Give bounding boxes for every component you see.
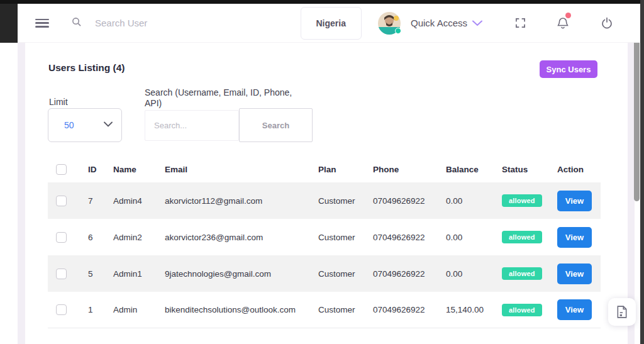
cell-email: akorvictor236@gmail.com <box>160 233 313 242</box>
cell-email: 9jatechnologies@gmail.com <box>160 269 313 279</box>
status-badge: allowed <box>502 194 542 207</box>
cell-name: Admin1 <box>108 269 160 279</box>
row-checkbox[interactable] <box>56 196 67 206</box>
view-button[interactable]: View <box>557 264 592 284</box>
cell-balance: 0.00 <box>441 196 497 206</box>
quick-access-label: Quick Access <box>411 18 467 28</box>
cell-name: Admin2 <box>108 233 160 242</box>
logout-power-icon[interactable] <box>601 17 613 29</box>
chevron-down-icon <box>104 121 113 127</box>
cell-plan: Customer <box>313 305 368 314</box>
chevron-down-icon <box>472 20 482 26</box>
window-right-edge <box>640 0 644 344</box>
cell-phone: 07049626922 <box>368 233 441 242</box>
collapsed-sidebar <box>0 4 18 43</box>
search-button[interactable]: Search <box>239 108 313 142</box>
col-header-email: Email <box>160 165 313 174</box>
menu-toggle-icon[interactable] <box>35 19 49 28</box>
table-row: 1Adminbikenditechsolutions@outlook.comCu… <box>48 292 601 328</box>
view-button[interactable]: View <box>557 299 592 320</box>
row-checkbox[interactable] <box>56 232 67 243</box>
global-search-input[interactable]: Search User <box>95 18 147 28</box>
limit-label: Limit <box>49 97 68 107</box>
view-button[interactable]: View <box>557 191 592 211</box>
left-scroll-track <box>18 43 25 344</box>
table-row: 6Admin2akorvictor236@gmail.comCustomer07… <box>48 219 601 255</box>
country-button[interactable]: Nigeria <box>301 7 362 40</box>
table-body: 7Admin4akorvictor112@gmail.comCustomer07… <box>48 182 601 328</box>
cell-id: 5 <box>83 269 108 279</box>
view-button[interactable]: View <box>557 227 592 248</box>
cell-balance: 0.00 <box>441 233 497 242</box>
row-checkbox[interactable] <box>56 269 67 279</box>
cell-id: 7 <box>83 196 108 206</box>
cell-id: 1 <box>83 305 108 314</box>
col-header-name: Name <box>108 165 160 174</box>
fullscreen-icon[interactable] <box>515 18 526 28</box>
cell-phone: 07049626922 <box>368 269 441 279</box>
col-header-plan: Plan <box>313 165 368 174</box>
limit-selected-value: 50 <box>64 120 74 130</box>
status-badge: allowed <box>502 267 542 280</box>
cell-id: 6 <box>83 233 108 242</box>
avatar[interactable] <box>378 12 401 35</box>
cell-phone: 07049626922 <box>368 305 441 314</box>
cell-name: Admin <box>108 305 160 314</box>
search-icon[interactable] <box>72 17 81 29</box>
floating-doc-button[interactable] <box>608 298 636 326</box>
search-fields-label: Search (Username, Email, ID, Phone, API) <box>145 87 307 108</box>
cell-plan: Customer <box>313 233 368 242</box>
top-navbar: Search User Nigeria Quick Access <box>18 4 640 43</box>
cell-plan: Customer <box>313 269 368 279</box>
file-text-icon <box>616 306 628 318</box>
cell-name: Admin4 <box>108 196 160 206</box>
scrollbar-thumb[interactable] <box>634 39 640 201</box>
limit-select[interactable]: 50 <box>48 108 122 142</box>
col-header-id: ID <box>83 165 108 174</box>
cell-email: bikenditechsolutions@outlook.com <box>160 305 313 314</box>
quick-access-dropdown[interactable]: Quick Access <box>411 18 482 28</box>
online-status-dot <box>395 28 401 34</box>
cell-balance: 15,140.00 <box>441 305 497 314</box>
users-table: ID Name Email Plan Phone Balance Status … <box>48 156 601 328</box>
row-checkbox[interactable] <box>56 304 67 315</box>
cell-email: akorvictor112@gmail.com <box>160 196 313 206</box>
page-title: Users Listing (4) <box>48 62 125 74</box>
sync-users-button[interactable]: Sync Users <box>540 60 597 78</box>
notification-badge-dot <box>565 13 571 18</box>
status-badge: allowed <box>502 304 542 316</box>
cell-balance: 0.00 <box>441 269 497 279</box>
status-badge: allowed <box>502 231 542 243</box>
col-header-action: Action <box>552 165 601 174</box>
users-search-input[interactable] <box>145 110 239 141</box>
cell-plan: Customer <box>313 196 368 206</box>
table-row: 5Admin19jatechnologies@gmail.comCustomer… <box>48 255 601 292</box>
col-header-balance: Balance <box>441 165 497 174</box>
cell-phone: 07049626922 <box>368 196 441 206</box>
table-header-row: ID Name Email Plan Phone Balance Status … <box>48 156 601 182</box>
col-header-status: Status <box>497 165 552 174</box>
col-header-phone: Phone <box>368 165 441 174</box>
notifications-bell-icon[interactable] <box>557 17 569 30</box>
select-all-checkbox[interactable] <box>56 164 67 175</box>
table-row: 7Admin4akorvictor112@gmail.comCustomer07… <box>48 182 601 219</box>
